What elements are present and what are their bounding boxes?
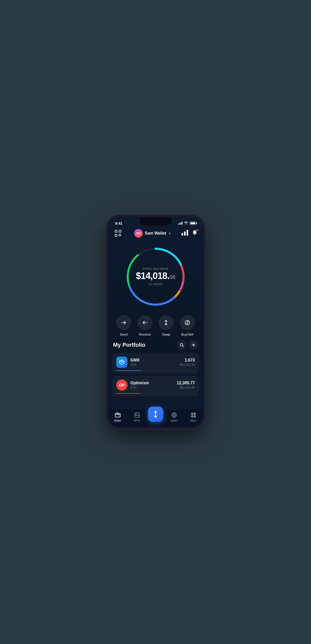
wallet-nav-icon — [114, 412, 121, 418]
bottom-nav: Wallet NFTs — [108, 409, 203, 427]
svg-text:$: $ — [187, 321, 188, 324]
svg-rect-8 — [184, 232, 186, 236]
nfts-nav-label: NFTs — [134, 419, 140, 422]
portfolio-add-button[interactable] — [189, 340, 198, 350]
actions-row: Send Receive — [108, 310, 203, 340]
op-bar — [116, 393, 195, 394]
status-time: 9:41 — [115, 221, 123, 225]
more-nav-label: More — [190, 419, 196, 422]
add-icon — [191, 343, 195, 347]
svg-rect-2 — [115, 234, 117, 236]
gmx-usd: $43,003.34 — [179, 363, 195, 367]
asset-list: GMX 32% 1.673 $43,003.34 — [112, 353, 199, 399]
notification-badge — [196, 229, 199, 231]
svg-rect-30 — [116, 412, 119, 414]
gmx-amount: 1.673 — [179, 358, 195, 362]
asset-item[interactable]: OP Optimism 31% 12,305.77 $42,149.56 — [112, 376, 199, 396]
portfolio-search-button[interactable] — [177, 340, 186, 350]
swap-button[interactable]: Swap — [159, 315, 173, 336]
nav-center[interactable] — [147, 412, 165, 422]
buysell-button[interactable]: $ Buy/Sell — [180, 315, 195, 336]
wifi-icon — [184, 222, 188, 225]
balance-whole: $14,018. — [136, 271, 169, 281]
svg-rect-38 — [194, 413, 196, 415]
nav-more[interactable]: More — [184, 412, 203, 422]
screen: 9:41 — [108, 217, 203, 427]
swap-icon — [163, 320, 169, 325]
svg-text:OP: OP — [119, 383, 125, 387]
op-percent: 31% — [130, 386, 149, 389]
phone-frame: 9:41 — [106, 215, 205, 429]
notch — [140, 217, 172, 226]
svg-rect-40 — [194, 415, 196, 417]
svg-rect-0 — [115, 230, 117, 232]
center-action-button[interactable] — [148, 407, 163, 422]
receive-icon — [142, 320, 148, 325]
nav-web3[interactable]: Web3 — [165, 412, 184, 422]
nav-nfts[interactable]: NFTs — [127, 412, 147, 422]
buysell-icon: $ — [185, 320, 190, 325]
op-name: Optimism — [130, 381, 149, 385]
op-icon: OP — [116, 379, 127, 391]
receive-button[interactable]: Receive — [138, 315, 152, 336]
swap-label: Swap — [162, 333, 170, 336]
more-nav-icon — [190, 412, 197, 418]
scan-button[interactable] — [113, 228, 123, 238]
portfolio-actions — [177, 340, 198, 350]
swap-center-icon — [152, 411, 159, 418]
header: SW Sam Wallet ▾ — [108, 226, 203, 241]
svg-rect-1 — [119, 230, 121, 232]
send-label: Send — [120, 333, 127, 336]
avatar: SW — [134, 229, 143, 238]
portfolio-section: My Portfolio — [108, 340, 203, 409]
svg-rect-28 — [115, 414, 120, 417]
op-logo: OP — [116, 379, 127, 391]
receive-label: Receive — [139, 333, 151, 336]
svg-line-23 — [183, 346, 184, 347]
status-icons — [178, 222, 196, 225]
chevron-down-icon: ▾ — [169, 232, 170, 235]
web3-nav-label: Web3 — [171, 419, 177, 422]
header-right — [182, 230, 198, 237]
svg-rect-37 — [191, 413, 193, 415]
portfolio-header: My Portfolio — [112, 340, 199, 350]
search-icon — [180, 343, 184, 347]
svg-rect-39 — [191, 415, 193, 417]
op-usd: $42,149.56 — [177, 386, 195, 389]
portfolio-title: My Portfolio — [113, 342, 145, 348]
scan-icon — [114, 230, 122, 237]
user-selector[interactable]: SW Sam Wallet ▾ — [134, 229, 170, 238]
gmx-bar — [116, 370, 195, 371]
balance-amount: $14,018.08 — [136, 271, 175, 280]
chart-button[interactable] — [182, 230, 188, 237]
gmx-icon — [119, 359, 125, 365]
svg-rect-7 — [182, 233, 183, 236]
svg-point-32 — [136, 414, 137, 415]
gmx-percent: 32% — [130, 363, 140, 367]
balance-section: TOTAL BALANCE $14,018.08 12 Assets — [108, 241, 203, 310]
user-name: Sam Wallet — [145, 231, 166, 236]
nav-wallet[interactable]: Wallet — [108, 412, 127, 422]
op-amount: 12,305.77 — [177, 381, 195, 385]
balance-center: TOTAL BALANCE $14,018.08 12 Assets — [136, 268, 175, 286]
asset-item[interactable]: GMX 32% 1.673 $43,003.34 — [112, 353, 199, 373]
signal-bars-icon — [178, 222, 183, 225]
balance-assets: 12 Assets — [136, 282, 175, 286]
buysell-label: Buy/Sell — [181, 333, 193, 336]
gmx-logo — [116, 357, 127, 368]
donut-chart: TOTAL BALANCE $14,018.08 12 Assets — [123, 244, 189, 310]
notification-button[interactable] — [192, 230, 198, 237]
chart-icon — [182, 230, 188, 236]
balance-label: TOTAL BALANCE — [136, 268, 175, 270]
svg-rect-9 — [187, 230, 188, 236]
send-icon — [121, 320, 126, 325]
web3-nav-icon — [171, 412, 177, 418]
balance-cents: 08 — [169, 274, 175, 280]
gmx-name: GMX — [130, 358, 140, 362]
svg-point-29 — [119, 415, 119, 416]
send-button[interactable]: Send — [116, 315, 131, 336]
battery-icon — [190, 222, 196, 225]
nfts-nav-icon — [134, 412, 140, 418]
wallet-nav-label: Wallet — [114, 419, 121, 422]
